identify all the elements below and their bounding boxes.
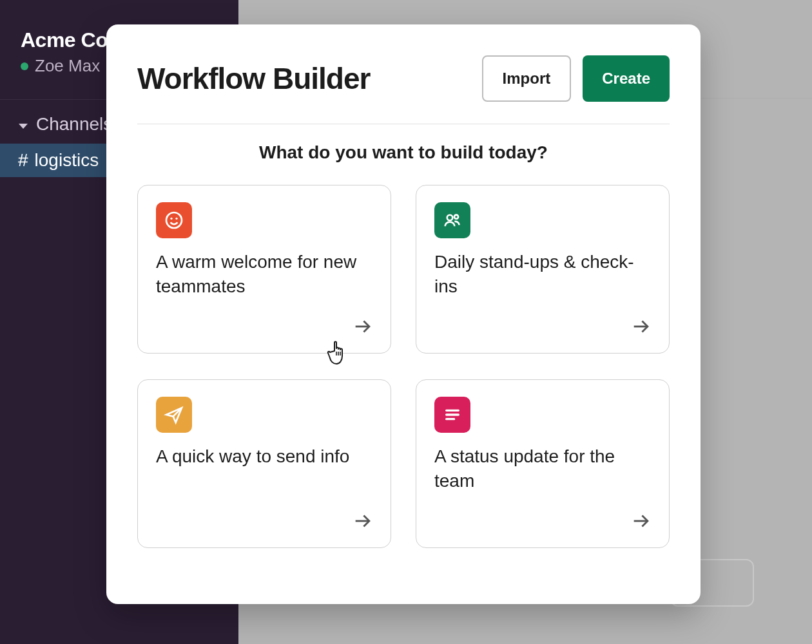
template-card-welcome[interactable]: A warm welcome for new teammates — [137, 185, 391, 354]
presence-active-icon — [21, 62, 28, 70]
user-name: Zoe Max — [35, 56, 100, 76]
modal-divider — [137, 124, 670, 124]
caret-down-icon — [18, 114, 28, 135]
smile-icon — [156, 202, 192, 238]
import-button[interactable]: Import — [482, 55, 572, 102]
paper-plane-icon — [156, 397, 192, 433]
channel-name: logistics — [35, 150, 99, 171]
template-card-title: Daily stand-ups & check-ins — [434, 250, 641, 299]
modal-header-actions: Import Create — [482, 55, 670, 102]
list-icon — [434, 397, 470, 433]
template-card-title: A warm welcome for new teammates — [156, 250, 362, 299]
arrow-right-icon — [630, 510, 652, 535]
channels-label: Channels — [36, 114, 112, 135]
workflow-builder-modal: Workflow Builder Import Create What do y… — [106, 24, 701, 604]
template-card-grid: A warm welcome for new teammates Daily s… — [137, 185, 670, 548]
arrow-right-icon — [352, 510, 374, 535]
template-card-send-info[interactable]: A quick way to send info — [137, 379, 391, 548]
svg-point-3 — [447, 215, 453, 221]
svg-point-2 — [175, 218, 177, 220]
template-card-status-update[interactable]: A status update for the team — [416, 379, 670, 548]
svg-point-0 — [166, 213, 182, 228]
modal-header: Workflow Builder Import Create — [137, 55, 670, 102]
template-card-title: A status update for the team — [434, 444, 641, 493]
svg-point-4 — [454, 215, 458, 219]
svg-point-1 — [170, 218, 172, 220]
people-icon — [434, 202, 470, 238]
template-card-title: A quick way to send info — [156, 444, 362, 469]
hash-icon: # — [18, 150, 28, 171]
arrow-right-icon — [630, 316, 652, 340]
template-card-standups[interactable]: Daily stand-ups & check-ins — [416, 185, 670, 354]
arrow-right-icon — [352, 316, 374, 340]
modal-title: Workflow Builder — [137, 61, 370, 96]
modal-prompt: What do you want to build today? — [137, 142, 670, 163]
create-button[interactable]: Create — [583, 55, 670, 102]
